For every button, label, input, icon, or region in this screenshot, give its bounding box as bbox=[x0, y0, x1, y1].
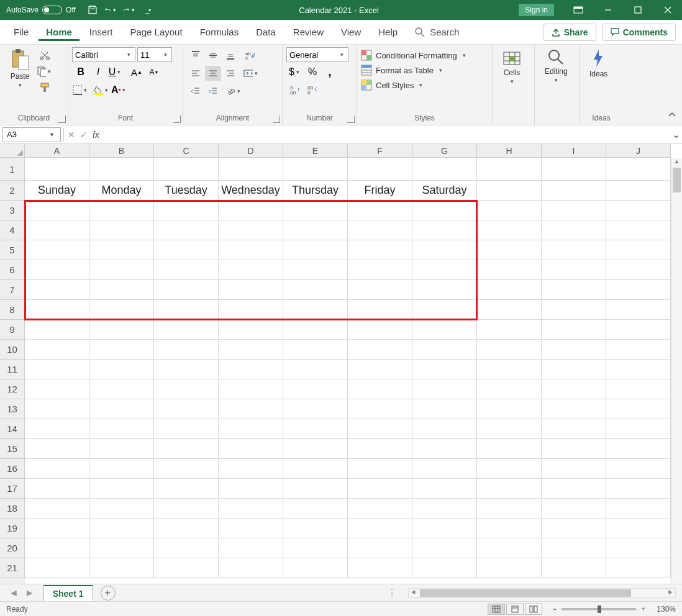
cell[interactable] bbox=[154, 280, 219, 300]
number-format-select[interactable]: General▾ bbox=[286, 47, 348, 62]
cell[interactable] bbox=[606, 280, 671, 300]
cell[interactable] bbox=[154, 499, 219, 519]
cell[interactable] bbox=[89, 320, 154, 340]
cell[interactable] bbox=[542, 499, 606, 519]
row-header[interactable]: 10 bbox=[0, 340, 25, 360]
cell[interactable]: Thursday bbox=[283, 181, 348, 201]
cell[interactable] bbox=[606, 260, 671, 280]
cell[interactable] bbox=[154, 399, 219, 419]
cell[interactable] bbox=[154, 320, 219, 340]
cell[interactable] bbox=[477, 300, 542, 320]
cell[interactable] bbox=[606, 220, 671, 240]
autosave-toggle[interactable]: AutoSave Off bbox=[0, 6, 82, 14]
bold-button[interactable]: B bbox=[73, 65, 89, 79]
cell[interactable] bbox=[154, 340, 219, 360]
cut-button[interactable] bbox=[37, 48, 53, 63]
cell[interactable] bbox=[89, 300, 154, 320]
row-header[interactable]: 8 bbox=[0, 300, 25, 320]
cell[interactable] bbox=[89, 538, 154, 558]
cell[interactable] bbox=[606, 340, 671, 360]
cell[interactable] bbox=[477, 558, 542, 578]
row-header[interactable]: 13 bbox=[0, 399, 25, 419]
tab-review[interactable]: Review bbox=[286, 23, 331, 41]
sheet-nav[interactable]: ◄► bbox=[0, 587, 43, 599]
select-all-button[interactable] bbox=[0, 144, 25, 158]
cell[interactable]: Saturday bbox=[412, 181, 477, 201]
row-header[interactable]: 19 bbox=[0, 519, 25, 538]
cell[interactable] bbox=[477, 538, 542, 558]
cell[interactable] bbox=[25, 360, 89, 379]
row-header[interactable]: 7 bbox=[0, 280, 25, 300]
cell[interactable] bbox=[542, 419, 606, 439]
cell[interactable] bbox=[89, 379, 154, 399]
underline-button[interactable]: U▾ bbox=[107, 65, 124, 79]
row-header[interactable]: 16 bbox=[0, 459, 25, 479]
font-color-button[interactable]: A▾ bbox=[111, 83, 127, 97]
normal-view-button[interactable] bbox=[488, 604, 505, 615]
cell[interactable] bbox=[89, 519, 154, 538]
horizontal-scrollbar[interactable] bbox=[408, 588, 676, 598]
borders-button[interactable]: ▾ bbox=[73, 83, 89, 97]
cell[interactable] bbox=[606, 439, 671, 459]
cell[interactable] bbox=[477, 260, 542, 280]
alignment-launcher[interactable] bbox=[273, 116, 280, 123]
cell[interactable] bbox=[348, 360, 412, 379]
zoom-slider[interactable] bbox=[562, 608, 636, 610]
cell[interactable] bbox=[154, 419, 219, 439]
tab-file[interactable]: File bbox=[6, 23, 36, 41]
cell[interactable] bbox=[542, 340, 606, 360]
cell[interactable] bbox=[283, 260, 348, 280]
cell[interactable] bbox=[219, 201, 283, 220]
column-header[interactable]: I bbox=[542, 144, 606, 158]
column-header[interactable]: A bbox=[25, 144, 89, 158]
cell[interactable] bbox=[348, 320, 412, 340]
cell[interactable] bbox=[283, 280, 348, 300]
cell[interactable] bbox=[89, 419, 154, 439]
format-painter-button[interactable] bbox=[37, 80, 53, 95]
tab-page-layout[interactable]: Page Layout bbox=[122, 23, 189, 41]
conditional-formatting-button[interactable]: Conditional Formatting▾ bbox=[361, 50, 468, 61]
cell[interactable] bbox=[542, 558, 606, 578]
name-box[interactable]: A3▼ bbox=[2, 127, 61, 142]
cell[interactable] bbox=[412, 220, 477, 240]
cell[interactable] bbox=[606, 558, 671, 578]
cell[interactable] bbox=[412, 519, 477, 538]
cell[interactable] bbox=[154, 538, 219, 558]
cell[interactable] bbox=[89, 220, 154, 240]
cell[interactable] bbox=[283, 558, 348, 578]
cell[interactable] bbox=[606, 300, 671, 320]
cell[interactable] bbox=[219, 519, 283, 538]
cell[interactable] bbox=[25, 439, 89, 459]
cell[interactable] bbox=[542, 260, 606, 280]
cell[interactable] bbox=[542, 320, 606, 340]
share-button[interactable]: Share bbox=[543, 24, 596, 41]
formula-input[interactable] bbox=[104, 128, 666, 142]
cell[interactable] bbox=[477, 220, 542, 240]
cell[interactable] bbox=[412, 360, 477, 379]
cell[interactable] bbox=[542, 201, 606, 220]
cell[interactable] bbox=[219, 439, 283, 459]
cell[interactable] bbox=[154, 300, 219, 320]
cell[interactable] bbox=[154, 360, 219, 379]
cell[interactable] bbox=[25, 201, 89, 220]
zoom-in-button[interactable]: + bbox=[641, 605, 645, 614]
cell[interactable] bbox=[606, 499, 671, 519]
cell[interactable] bbox=[25, 499, 89, 519]
cell[interactable] bbox=[412, 439, 477, 459]
column-header[interactable]: D bbox=[219, 144, 283, 158]
align-left-button[interactable] bbox=[188, 66, 204, 81]
cell[interactable] bbox=[154, 220, 219, 240]
format-as-table-button[interactable]: Format as Table▾ bbox=[361, 65, 444, 76]
cell[interactable] bbox=[283, 499, 348, 519]
row-header[interactable]: 17 bbox=[0, 479, 25, 499]
cell[interactable] bbox=[542, 220, 606, 240]
cell[interactable] bbox=[154, 260, 219, 280]
hscroll-thumb[interactable] bbox=[420, 589, 631, 597]
vscroll-thumb[interactable] bbox=[673, 168, 681, 192]
cell[interactable] bbox=[219, 459, 283, 479]
cell[interactable] bbox=[25, 479, 89, 499]
cell[interactable] bbox=[606, 240, 671, 260]
row-header[interactable]: 6 bbox=[0, 260, 25, 280]
cell[interactable] bbox=[606, 320, 671, 340]
cell[interactable] bbox=[348, 538, 412, 558]
